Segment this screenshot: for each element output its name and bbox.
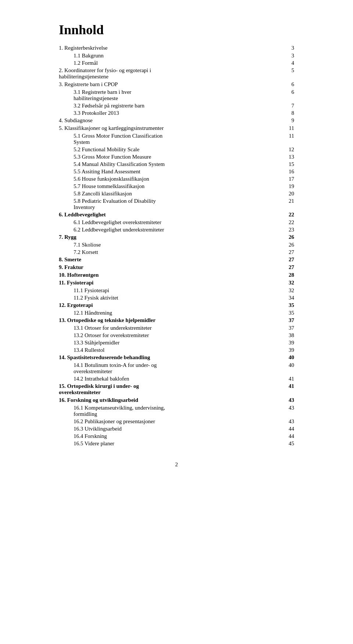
toc-entry-page: 4 xyxy=(283,60,294,66)
toc-entry-page: 6 xyxy=(283,89,294,95)
toc-dots xyxy=(178,351,282,352)
toc-dots xyxy=(178,344,282,344)
toc-entry-label: 12. Ergoterapi xyxy=(59,302,170,308)
toc-container: 1. Registerbeskrivelse31.1 Bakgrunn31.2 … xyxy=(59,45,294,447)
toc-dots xyxy=(178,430,282,431)
toc-entry-page: 39 xyxy=(283,340,294,346)
toc-entry-label: 15. Ortopedisk kirurgi i under- og overe… xyxy=(59,383,170,396)
toc-entry: 5.4 Manual Ability Classification System… xyxy=(59,161,294,167)
toc-entry-label: 5. Klassifikasjoner og kartleggingsinstr… xyxy=(59,125,170,131)
toc-entry-page: 22 xyxy=(283,219,294,226)
toc-entry-page: 35 xyxy=(283,310,294,316)
toc-entry: 5.6 House funksjonsklassifikasjon17 xyxy=(59,176,294,182)
toc-entry: 13.4 Rullestol39 xyxy=(59,347,294,353)
toc-entry: 5.7 House tommelklassifikasjon19 xyxy=(59,183,294,190)
toc-dots xyxy=(171,269,282,269)
toc-entry: 1. Registerbeskrivelse3 xyxy=(59,45,294,51)
toc-entry: 14. Spastisitetsreduserende behandling40 xyxy=(59,354,294,361)
toc-entry: 13.2 Ortoser for overekstremiteter38 xyxy=(59,332,294,339)
toc-entry-label: 1. Registerbeskrivelse xyxy=(59,45,170,51)
toc-dots xyxy=(178,224,282,224)
toc-entry-label: 16.2 Publikasjoner og presentasjoner xyxy=(74,418,177,425)
toc-dots xyxy=(178,337,282,337)
toc-entry-page: 40 xyxy=(283,354,294,361)
toc-entry: 16.5 Videre planer45 xyxy=(59,440,294,447)
toc-entry: 7. Rygg26 xyxy=(59,234,294,240)
toc-entry-label: 13.2 Ortoser for overekstremiteter xyxy=(74,332,177,339)
toc-dots xyxy=(171,86,282,86)
toc-entry: 16.1 Kompetanseutvikling, undervisning, … xyxy=(59,405,294,417)
toc-entry-label: 3.3 Protokoller 2013 xyxy=(74,110,177,116)
toc-dots xyxy=(178,314,282,315)
toc-entry: 3.1 Registrerte barn i hver habilitering… xyxy=(59,89,294,102)
toc-dots xyxy=(178,299,282,300)
toc-page: Innhold 1. Registerbeskrivelse31.1 Bakgr… xyxy=(51,22,302,468)
toc-entry-label: 3. Registrerte barn i CPOP xyxy=(59,81,170,88)
toc-dots xyxy=(171,130,282,130)
toc-entry: 16.3 Utviklingsarbeid44 xyxy=(59,426,294,432)
toc-dots xyxy=(178,445,282,445)
toc-dots xyxy=(171,216,282,216)
toc-entry-page: 44 xyxy=(283,426,294,432)
toc-entry: 6. Leddbevegelighet22 xyxy=(59,212,294,218)
toc-dots xyxy=(171,72,282,72)
toc-entry: 3. Registrerte barn i CPOP6 xyxy=(59,81,294,88)
toc-entry: 9. Fraktur27 xyxy=(59,264,294,270)
toc-entry: 5.5 Assiting Hand Assessment16 xyxy=(59,169,294,175)
toc-entry-page: 27 xyxy=(283,249,294,255)
toc-dots xyxy=(171,122,282,122)
page-footer: 2 xyxy=(59,461,294,468)
toc-entry: 7.2 Korsett27 xyxy=(59,249,294,255)
toc-entry-label: 5.8 Pediatric Evaluation of Disability I… xyxy=(74,198,177,210)
toc-entry-page: 23 xyxy=(283,227,294,233)
toc-dots xyxy=(171,284,282,284)
toc-entry-label: 13.3 Ståhjelpemidler xyxy=(74,340,177,346)
toc-entry-page: 3 xyxy=(283,45,294,51)
toc-dots xyxy=(171,49,282,50)
toc-dots xyxy=(178,292,282,292)
toc-dots xyxy=(178,114,282,115)
toc-entry-page: 26 xyxy=(283,234,294,240)
toc-entry-page: 27 xyxy=(283,264,294,270)
toc-entry: 16. Forskning og utviklingsarbeid43 xyxy=(59,397,294,403)
toc-entry-label: 3.2 Fødselsår på registrerte barn xyxy=(74,103,177,109)
toc-entry-label: 5.5 Assiting Hand Assessment xyxy=(74,169,177,175)
toc-entry: 13.3 Ståhjelpemidler39 xyxy=(59,340,294,346)
toc-entry-page: 11 xyxy=(283,125,294,131)
toc-entry-label: 14.1 Botulinum toxin-A for under- og ove… xyxy=(74,362,177,375)
toc-entry-label: 7.2 Korsett xyxy=(74,249,177,255)
toc-entry-page: 22 xyxy=(283,212,294,218)
toc-entry-page: 13 xyxy=(283,154,294,160)
toc-dots xyxy=(178,409,282,410)
toc-entry-page: 16 xyxy=(283,169,294,175)
toc-entry-page: 17 xyxy=(283,176,294,182)
toc-entry-label: 3.1 Registrerte barn i hver habilitering… xyxy=(74,89,177,102)
toc-entry: 10. Hofterøntgen28 xyxy=(59,272,294,278)
toc-dots xyxy=(178,180,282,181)
toc-entry-page: 41 xyxy=(283,376,294,382)
toc-dots xyxy=(178,329,282,330)
toc-entry-label: 7.1 Skoliose xyxy=(74,242,177,248)
toc-entry-page: 38 xyxy=(283,332,294,339)
toc-entry: 6.1 Leddbevegelighet overekstremiteter22 xyxy=(59,219,294,226)
toc-entry-label: 11.1 Fysioterapi xyxy=(74,287,177,294)
toc-dots xyxy=(178,137,282,138)
toc-entry: 1.1 Bakgrunn3 xyxy=(59,53,294,59)
toc-dots xyxy=(171,261,282,261)
toc-entry-page: 26 xyxy=(283,242,294,248)
toc-entry-page: 32 xyxy=(283,287,294,294)
toc-entry: 5. Klassifikasjoner og kartleggingsinstr… xyxy=(59,125,294,131)
toc-entry-page: 37 xyxy=(283,325,294,331)
toc-dots xyxy=(178,195,282,195)
toc-entry: 15. Ortopedisk kirurgi i under- og overe… xyxy=(59,383,294,396)
toc-dots xyxy=(171,238,282,239)
toc-entry-page: 32 xyxy=(283,280,294,286)
toc-entry: 12. Ergoterapi35 xyxy=(59,302,294,308)
toc-entry-page: 15 xyxy=(283,161,294,167)
toc-entry-page: 43 xyxy=(283,418,294,425)
toc-entry-label: 11.2 Fysisk aktivitet xyxy=(74,295,177,301)
toc-entry-page: 12 xyxy=(283,146,294,153)
toc-entry-label: 16.1 Kompetanseutvikling, undervisning, … xyxy=(74,405,177,417)
toc-entry-label: 14. Spastisitetsreduserende behandling xyxy=(59,354,170,361)
toc-entry-label: 7. Rygg xyxy=(59,234,170,240)
